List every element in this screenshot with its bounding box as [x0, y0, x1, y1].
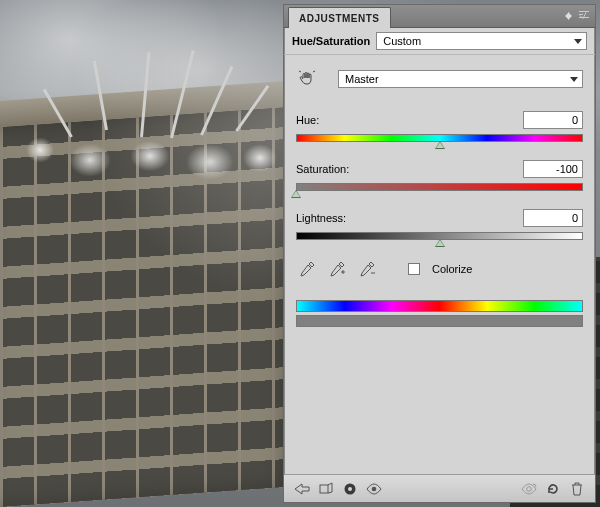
svg-point-7 [527, 486, 532, 491]
input-spectrum-strip [296, 300, 583, 312]
saturation-label: Saturation: [296, 163, 523, 175]
preset-select-value: Custom [383, 35, 421, 47]
reset-button[interactable] [541, 478, 565, 500]
saturation-slider-group: Saturation: -100 [296, 160, 583, 193]
panel-body: Master Hue: 0 Saturation: -100 [284, 55, 595, 502]
panel-footer [284, 474, 595, 502]
hue-input[interactable]: 0 [523, 111, 583, 129]
clip-to-layer-button[interactable] [338, 478, 362, 500]
delete-button[interactable] [565, 478, 589, 500]
lightness-input[interactable]: 0 [523, 209, 583, 227]
lightness-slider-group: Lightness: 0 [296, 209, 583, 242]
svg-rect-0 [579, 11, 589, 12]
svg-point-6 [372, 486, 377, 491]
saturation-thumb[interactable] [291, 190, 301, 198]
lightness-slider[interactable] [296, 232, 583, 242]
chevron-down-icon [574, 39, 582, 44]
preset-select[interactable]: Custom [376, 32, 587, 50]
tab-adjustments[interactable]: ADJUSTMENTS [288, 7, 391, 28]
previous-state-button[interactable] [517, 478, 541, 500]
lightness-thumb[interactable] [435, 239, 445, 247]
collapse-panel-icon[interactable] [560, 8, 576, 23]
chevron-down-icon [570, 77, 578, 82]
channel-select[interactable]: Master [338, 70, 583, 88]
hue-slider-group: Hue: 0 [296, 111, 583, 144]
svg-rect-1 [579, 14, 583, 15]
panel-tab-bar: ADJUSTMENTS [284, 5, 595, 28]
eyedropper-subtract-button[interactable] [356, 258, 378, 280]
svg-point-5 [348, 487, 352, 491]
svg-rect-3 [320, 485, 328, 493]
saturation-track [296, 183, 583, 191]
eyedropper-button[interactable] [296, 258, 318, 280]
back-button[interactable] [290, 478, 314, 500]
eyedropper-row: Colorize [296, 258, 583, 280]
saturation-slider[interactable] [296, 183, 583, 193]
panel-menu-icon[interactable] [576, 8, 592, 23]
colorize-checkbox[interactable] [408, 263, 420, 275]
adjustments-panel: ADJUSTMENTS Hue/Saturation Custom Master [283, 4, 596, 503]
hue-label: Hue: [296, 114, 523, 126]
output-spectrum-strip [296, 315, 583, 327]
visibility-button[interactable] [362, 478, 386, 500]
channel-select-value: Master [345, 73, 379, 85]
saturation-input[interactable]: -100 [523, 160, 583, 178]
panel-header: Hue/Saturation Custom [284, 28, 595, 55]
svg-rect-2 [579, 17, 589, 18]
expand-view-button[interactable] [314, 478, 338, 500]
hue-thumb[interactable] [435, 141, 445, 149]
eyedropper-add-button[interactable] [326, 258, 348, 280]
colorize-label: Colorize [432, 263, 472, 275]
adjustment-title: Hue/Saturation [292, 35, 370, 47]
hue-slider[interactable] [296, 134, 583, 144]
targeted-adjustment-tool[interactable] [296, 68, 318, 90]
lightness-label: Lightness: [296, 212, 523, 224]
